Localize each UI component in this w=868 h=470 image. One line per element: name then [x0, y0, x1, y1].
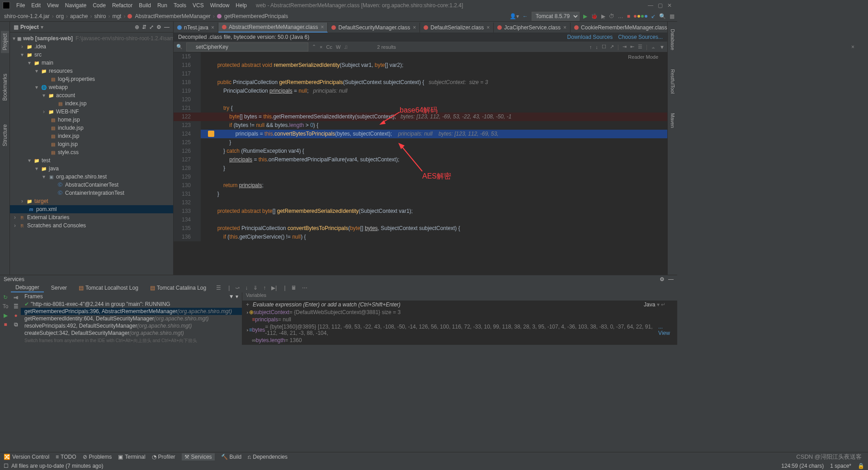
tree-idea[interactable]: .idea	[34, 43, 46, 50]
svc-tab-debugger[interactable]: Debugger	[11, 283, 44, 292]
menu-navigate[interactable]: Navigate	[62, 1, 89, 9]
choose-sources-link[interactable]: Choose Sources...	[618, 34, 663, 40]
mute-bp-icon[interactable]: ●	[14, 312, 17, 319]
stop-icon[interactable]: ■	[627, 13, 630, 19]
maximize-icon[interactable]: ▢	[658, 2, 663, 9]
settings-icon[interactable]: ▦	[670, 13, 675, 19]
tab-close-icon[interactable]: ×	[321, 24, 324, 30]
tab-restful[interactable]: RestfulTool	[669, 66, 676, 96]
tomcat-icon[interactable]: To	[3, 303, 9, 310]
frame-row[interactable]: getRememberedIdentity:604, DefaultSecuri…	[21, 315, 242, 322]
tab-close-icon[interactable]: ×	[211, 24, 214, 31]
menu-view[interactable]: View	[44, 1, 61, 9]
tree-webinf[interactable]: WEB-INF	[56, 108, 79, 115]
evaluate-icon[interactable]: 🖩	[291, 285, 297, 291]
new-window-icon[interactable]: ↗	[610, 44, 614, 50]
attach-icon[interactable]: …	[618, 13, 623, 19]
select-all-icon[interactable]: ☐	[602, 44, 606, 50]
reader-mode-label[interactable]: Reader Mode	[628, 54, 658, 60]
crumb-apache[interactable]: apache	[69, 13, 89, 19]
tree-webapp[interactable]: webapp	[49, 84, 68, 90]
tree-includejsp[interactable]: include.jsp	[58, 125, 84, 131]
tab-close-icon[interactable]: ×	[563, 24, 566, 31]
tab-defaultserializer[interactable]: DefaultSerializer.class×	[420, 23, 494, 33]
user-icon[interactable]: 👤▾	[509, 13, 519, 19]
filter-funnel-icon[interactable]: ▼	[660, 44, 665, 50]
tree-abstract-container[interactable]: AbstractContainerTest	[65, 182, 118, 188]
settings-icon[interactable]: ⚙	[156, 24, 161, 30]
tree-pom[interactable]: pom.xml	[36, 206, 57, 212]
expand-all-icon[interactable]: ⇵	[142, 24, 146, 30]
menu-file[interactable]: File	[14, 1, 28, 9]
filter-icon[interactable]: ⫥	[13, 294, 19, 301]
down-icon[interactable]: ↓	[595, 44, 598, 50]
more-icon[interactable]: ⋯	[302, 285, 307, 291]
step-out-icon[interactable]: ↑	[263, 285, 266, 291]
stop-process-icon[interactable]: ■	[4, 321, 7, 328]
thread-row[interactable]: ✔"http-nio-8081-exec-4"@2,244 in group "…	[21, 301, 242, 308]
hide-icon[interactable]: —	[164, 24, 170, 30]
collapse-all-icon[interactable]: ⤢	[149, 24, 154, 30]
tree-homejsp[interactable]: home.jsp	[58, 117, 80, 123]
clear-icon[interactable]: ×	[320, 44, 322, 50]
menu-tools[interactable]: Tools	[171, 1, 189, 9]
frame-row[interactable]: getRememberedPrincipals:396, AbstractRem…	[21, 308, 242, 315]
select-opened-icon[interactable]: ⊕	[135, 24, 139, 30]
tab-jcacipher[interactable]: JcaCipherService.class×	[494, 23, 571, 33]
var-row[interactable]: ≡ principals = null	[242, 316, 677, 323]
prev-occurrence-icon[interactable]: ⌃	[312, 44, 316, 50]
tab-close-icon[interactable]: ×	[486, 24, 490, 31]
tree-root[interactable]: web [samples-web]	[23, 35, 73, 42]
frame-row[interactable]: createSubject:342, DefaultSecurityManage…	[21, 329, 242, 337]
tree-loginjsp[interactable]: login.jsp	[58, 141, 78, 147]
filter3-icon[interactable]: ☰	[638, 44, 642, 50]
crumb-jar[interactable]: shiro-core-1.2.4.jar	[3, 13, 51, 19]
menu-vcs[interactable]: VCS	[190, 1, 207, 9]
project-select-icon[interactable]: ▦	[14, 24, 19, 30]
tab-defaultsecurity[interactable]: DefaultSecurityManager.class×	[328, 23, 420, 33]
tab-cookieremember[interactable]: CookieRememberMeManager.class×	[571, 23, 667, 33]
coverage-icon[interactable]: ▶̤	[601, 13, 605, 19]
download-sources-link[interactable]: Download Sources	[567, 34, 613, 40]
stack-icon[interactable]: ☰	[14, 303, 19, 310]
crumb-shiro[interactable]: shiro	[93, 13, 107, 19]
var-row[interactable]: › ≡ bytes = {byte[1360]@3895} [123, 112,…	[242, 323, 677, 337]
view-more-link[interactable]: ... View	[658, 324, 674, 336]
evaluate-input[interactable]: +Evaluate expression (Enter) or add a wa…	[242, 301, 677, 309]
frames-dropdown-icon[interactable]: ▾	[236, 293, 238, 300]
menu-build[interactable]: Build	[136, 1, 154, 9]
frame-row[interactable]: resolvePrincipals:492, DefaultSecurityMa…	[21, 322, 242, 329]
svc-tab-catalina-log[interactable]: ▤Tomcat Catalina Log	[146, 284, 211, 292]
layout-icon[interactable]: ☰	[216, 285, 221, 291]
project-tree[interactable]: ▾▦web [samples-web]F:\javasec-env\shiro-…	[10, 33, 173, 275]
tab-bookmarks[interactable]: Bookmarks	[1, 71, 9, 103]
tree-resources[interactable]: resources	[49, 68, 73, 74]
profile-icon[interactable]: ⏱	[609, 13, 614, 19]
step-over-icon[interactable]: ⤻	[235, 285, 240, 291]
match-case-icon[interactable]: Cc	[326, 44, 332, 50]
run-icon[interactable]: ▶	[583, 13, 587, 19]
code-area[interactable]: Reader Mode 115 116 protected abstract v…	[174, 52, 667, 275]
force-step-icon[interactable]: ⇓	[253, 285, 258, 291]
tree-main[interactable]: main	[42, 60, 53, 66]
debug-icon[interactable]: 🐞	[591, 13, 598, 19]
services-settings-icon[interactable]: ⚙	[660, 276, 665, 282]
tab-close-icon[interactable]: ×	[413, 24, 416, 31]
crumb-mgt[interactable]: mgt	[111, 13, 123, 19]
tab-abstractremember[interactable]: AbstractRememberMeManager.class×	[218, 23, 328, 33]
var-row[interactable]: › ⊕ subjectContext = {DefaultWebSubjectC…	[242, 309, 677, 316]
menu-refactor[interactable]: Refactor	[109, 1, 135, 9]
tab-structure[interactable]: Structure	[1, 122, 9, 149]
search-input[interactable]	[186, 42, 308, 52]
tree-container-integration[interactable]: ContainerIntegrationTest	[65, 190, 124, 196]
regex-icon[interactable]: .⃰	[344, 44, 347, 50]
filter2-icon[interactable]: ⇤	[630, 44, 634, 50]
tree-test[interactable]: test	[42, 157, 50, 164]
tree-stylecss[interactable]: style.css	[58, 149, 79, 155]
tree-indexjsp1[interactable]: index.jsp	[65, 100, 86, 107]
tab-database[interactable]: Database	[669, 26, 676, 53]
run-config-select[interactable]: Tomcat 8.5.79	[532, 12, 580, 21]
search-everywhere-icon[interactable]: 🔍	[659, 13, 666, 19]
minimize-icon[interactable]: —	[648, 2, 653, 9]
rerun-icon[interactable]: ↻	[3, 294, 8, 301]
